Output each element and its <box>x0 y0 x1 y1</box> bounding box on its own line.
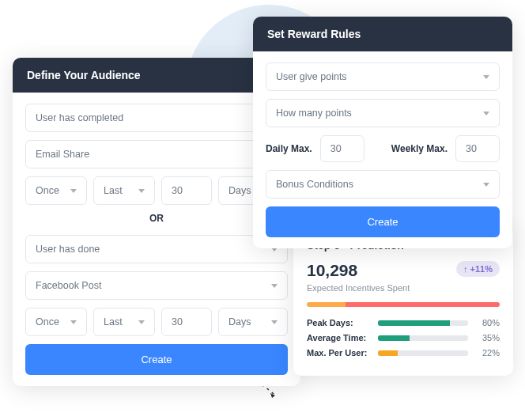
condition1-period-select[interactable]: Last <box>93 176 155 205</box>
condition1-count-input[interactable]: 30 <box>161 176 212 205</box>
stat-percent: 35% <box>474 333 500 342</box>
select-value: Days <box>229 185 251 196</box>
prediction-subtitle: Expected Incentives Spent <box>307 283 500 293</box>
stat-row: Average Time: 35% <box>307 333 500 342</box>
chevron-down-icon <box>70 189 77 193</box>
input-value: 30 <box>466 143 477 154</box>
stat-label: Peak Days: <box>307 318 372 327</box>
condition1-freq-select[interactable]: Once <box>25 176 87 205</box>
condition1-action-select[interactable]: User has completed <box>25 104 288 132</box>
condition2-freq-select[interactable]: Once <box>25 308 87 336</box>
chevron-down-icon <box>138 189 145 193</box>
chevron-down-icon <box>138 320 145 324</box>
condition1-channel-select[interactable]: Email Share <box>25 140 288 168</box>
weekly-max-input[interactable]: 30 <box>455 135 500 162</box>
select-value: Last <box>104 185 123 196</box>
select-value: Bonus Conditions <box>276 179 353 190</box>
select-value: User has done <box>36 244 100 255</box>
select-value: User has completed <box>36 112 123 123</box>
select-value: Facebook Post <box>36 280 101 291</box>
select-value: How many points <box>276 108 352 119</box>
chevron-down-icon <box>483 75 489 79</box>
bonus-conditions-select[interactable]: Bonus Conditions <box>266 170 500 199</box>
input-value: 30 <box>172 316 183 327</box>
condition2-action-select[interactable]: User has done <box>25 235 288 263</box>
audience-create-button[interactable]: Create <box>25 344 288 375</box>
reward-title: Set Reward Rules <box>253 17 512 51</box>
stat-label: Max. Per User: <box>307 348 372 358</box>
condition2-unit-select[interactable]: Days <box>218 308 288 336</box>
daily-max-label: Daily Max. <box>266 143 312 154</box>
prediction-value: 10,298 <box>307 261 357 280</box>
select-value: Email Share <box>36 149 89 160</box>
select-value: User give points <box>276 71 347 82</box>
chevron-down-icon <box>271 320 278 324</box>
stat-percent: 22% <box>474 348 500 358</box>
reward-create-button[interactable]: Create <box>266 206 500 237</box>
chevron-down-icon <box>271 284 278 288</box>
chevron-down-icon <box>483 183 489 187</box>
stat-row: Max. Per User: 22% <box>307 348 500 358</box>
input-value: 30 <box>330 143 342 154</box>
reward-amount-select[interactable]: How many points <box>266 99 500 127</box>
or-separator: OR <box>25 213 288 224</box>
stat-percent: 80% <box>474 318 500 327</box>
stat-bar <box>378 320 468 326</box>
condition2-channel-select[interactable]: Facebook Post <box>25 271 288 300</box>
select-value: Once <box>36 185 59 196</box>
daily-max-input[interactable]: 30 <box>320 135 364 162</box>
reward-type-select[interactable]: User give points <box>266 62 500 91</box>
stat-label: Average Time: <box>307 333 372 342</box>
stat-bar <box>378 335 468 341</box>
stat-row: Peak Days: 80% <box>307 318 500 327</box>
condition2-count-input[interactable]: 30 <box>161 308 212 336</box>
gradient-bar <box>307 302 500 307</box>
chevron-down-icon <box>483 112 489 115</box>
chevron-down-icon <box>70 320 77 324</box>
select-value: Days <box>229 316 251 327</box>
weekly-max-label: Weekly Max. <box>391 143 448 154</box>
prediction-card: Step 3 - Prediction 10,298 ↑ +11% Expect… <box>293 226 513 376</box>
select-value: Once <box>36 316 59 327</box>
change-badge: ↑ +11% <box>456 261 500 277</box>
condition2-period-select[interactable]: Last <box>93 308 155 336</box>
reward-card: Set Reward Rules User give points How ma… <box>253 17 512 248</box>
input-value: 30 <box>172 185 183 196</box>
stat-bar <box>378 350 468 356</box>
select-value: Last <box>104 316 123 327</box>
